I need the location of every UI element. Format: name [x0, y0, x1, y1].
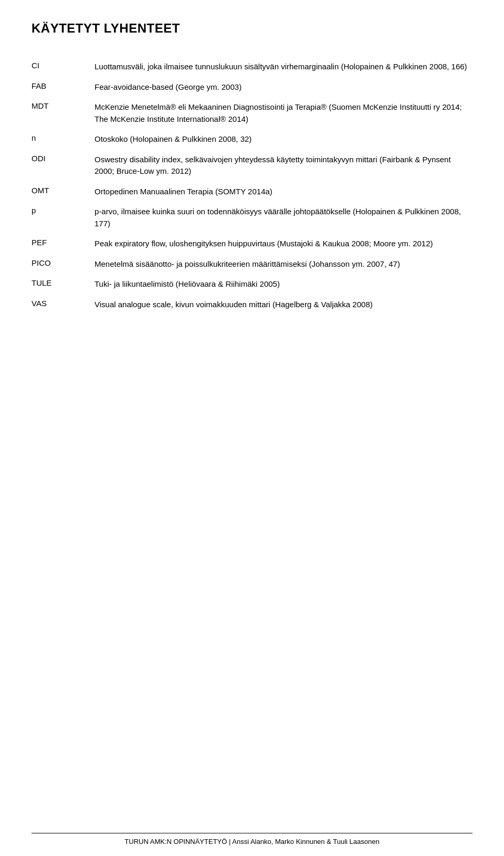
- table-row: TULETuki- ja liikuntaelimistö (Heliövaar…: [32, 274, 472, 295]
- abbreviation-description: p-arvo, ilmaisee kuinka suuri on todennä…: [89, 202, 472, 234]
- table-row: MDTMcKenzie Menetelmä® eli Mekaaninen Di…: [32, 97, 472, 129]
- table-row: PICOMenetelmä sisäänotto- ja poissulkukr…: [32, 254, 472, 275]
- abbreviation-term: TULE: [32, 274, 89, 295]
- table-row: PEFPeak expiratory flow, uloshengityksen…: [32, 234, 472, 254]
- abbreviation-description: Oswestry disability index, selkävaivojen…: [89, 150, 472, 182]
- abbreviations-table: CILuottamusväli, joka ilmaisee tunnusluk…: [32, 57, 472, 315]
- abbreviation-term: ODI: [32, 150, 89, 182]
- abbreviation-term: CI: [32, 57, 89, 77]
- page-footer: TURUN AMK:N OPINNÄYTETYÖ | Anssi Alanko,…: [32, 833, 472, 845]
- abbreviation-description: Fear-avoidance-based (George ym. 2003): [89, 77, 472, 98]
- abbreviation-term: PEF: [32, 234, 89, 254]
- abbreviation-term: VAS: [32, 295, 89, 315]
- table-row: pp-arvo, ilmaisee kuinka suuri on todenn…: [32, 202, 472, 234]
- abbreviation-term: p: [32, 202, 89, 234]
- table-row: ODIOswestry disability index, selkävaivo…: [32, 150, 472, 182]
- abbreviation-term: PICO: [32, 254, 89, 275]
- abbreviation-term: n: [32, 129, 89, 150]
- abbreviation-description: Peak expiratory flow, uloshengityksen hu…: [89, 234, 472, 254]
- abbreviation-description: Luottamusväli, joka ilmaisee tunnuslukuu…: [89, 57, 472, 77]
- abbreviation-term: FAB: [32, 77, 89, 98]
- abbreviation-term: MDT: [32, 97, 89, 129]
- abbreviation-description: Visual analogue scale, kivun voimakkuude…: [89, 295, 472, 315]
- abbreviation-term: OMT: [32, 182, 89, 202]
- abbreviation-description: Tuki- ja liikuntaelimistö (Heliövaara & …: [89, 274, 472, 295]
- abbreviation-description: McKenzie Menetelmä® eli Mekaaninen Diagn…: [89, 97, 472, 129]
- table-row: FABFear-avoidance-based (George ym. 2003…: [32, 77, 472, 98]
- table-row: nOtoskoko (Holopainen & Pulkkinen 2008, …: [32, 129, 472, 150]
- table-row: VASVisual analogue scale, kivun voimakku…: [32, 295, 472, 315]
- table-row: CILuottamusväli, joka ilmaisee tunnusluk…: [32, 57, 472, 77]
- abbreviation-description: Otoskoko (Holopainen & Pulkkinen 2008, 3…: [89, 129, 472, 150]
- page-title: KÄYTETYT LYHENTEET: [32, 21, 472, 36]
- abbreviation-description: Ortopedinen Manuaalinen Terapia (SOMTY 2…: [89, 182, 472, 202]
- table-row: OMTOrtopedinen Manuaalinen Terapia (SOMT…: [32, 182, 472, 202]
- abbreviation-description: Menetelmä sisäänotto- ja poissulkukritee…: [89, 254, 472, 275]
